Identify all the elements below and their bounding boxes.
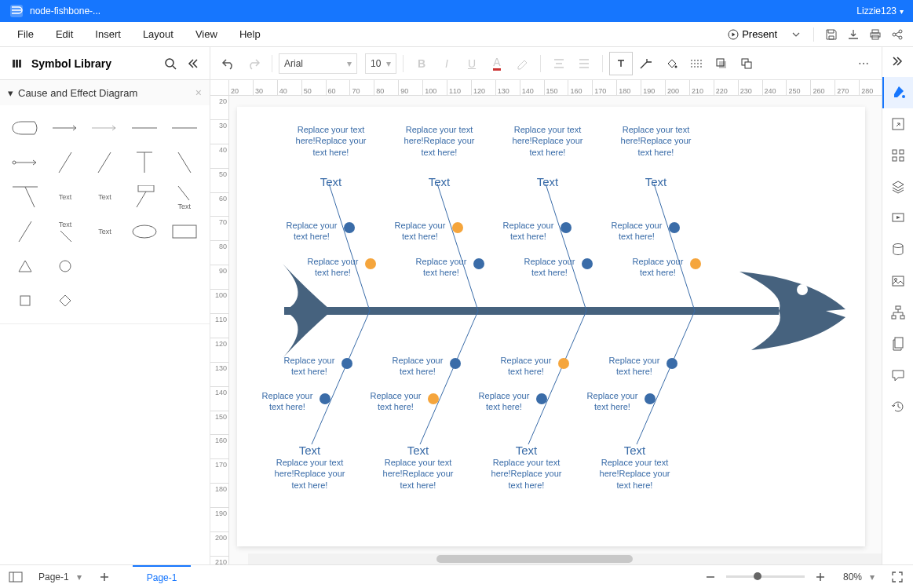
cause[interactable]: Replace your text here! (256, 390, 319, 413)
italic-button[interactable]: I (435, 52, 458, 75)
shape-line-open[interactable] (87, 113, 122, 143)
cause[interactable]: Replace your text here! (603, 355, 666, 378)
cat-top-4-desc[interactable]: Replace your text here!Replace your text… (615, 124, 697, 158)
shape-bone-text1[interactable] (8, 182, 43, 212)
cat-bot-2-desc[interactable]: Replace your text here!Replace your text… (377, 457, 459, 491)
menu-file[interactable]: File (6, 24, 45, 45)
cause[interactable]: Replace your text here! (581, 390, 644, 413)
share-icon[interactable] (888, 25, 907, 44)
pages-icon[interactable] (882, 328, 914, 360)
user-menu[interactable]: Lizzie123 ▾ (856, 5, 904, 16)
cat-bot-1-desc[interactable]: Replace your text here!Replace your text… (268, 457, 351, 491)
expand-right-panel-icon[interactable] (882, 52, 913, 71)
shape-bone-up3[interactable] (8, 217, 43, 247)
cause[interactable]: Replace your text here! (605, 220, 668, 243)
font-family-select[interactable]: Arial▾ (279, 53, 357, 74)
shape-bone-t[interactable] (127, 148, 163, 177)
shape-line2[interactable] (166, 113, 202, 143)
comments-icon[interactable] (882, 360, 914, 391)
shape-bone-text3[interactable]: Text (166, 182, 202, 212)
cat-top-3-desc[interactable]: Replace your text here!Replace your text… (506, 124, 589, 158)
shape-line[interactable] (127, 113, 163, 143)
cause[interactable]: Replace your text here! (495, 355, 557, 378)
cause[interactable]: Replace your text here! (626, 256, 689, 279)
dot[interactable] (341, 358, 352, 369)
underline-button[interactable]: U (460, 52, 484, 75)
dot[interactable] (645, 393, 656, 404)
search-icon[interactable] (163, 56, 178, 71)
data-icon[interactable] (882, 234, 914, 265)
cause[interactable]: Replace your text here! (301, 256, 364, 279)
shape-rect[interactable] (166, 217, 202, 247)
shape-arrow-dot[interactable] (8, 148, 43, 177)
zoom-level[interactable]: 80%▾ (836, 571, 882, 583)
library-section-header[interactable]: ▾ Cause and Effect Diagram × (0, 80, 210, 105)
shape-bone-up1[interactable] (48, 148, 83, 177)
arrange-button[interactable] (735, 52, 758, 75)
dot[interactable] (365, 258, 376, 269)
zoom-in-button[interactable] (811, 568, 830, 586)
shape-diamond[interactable] (48, 286, 83, 316)
dot[interactable] (536, 393, 547, 404)
undo-button[interactable] (217, 52, 240, 75)
print-icon[interactable] (866, 25, 885, 44)
presentation-icon[interactable] (882, 203, 914, 234)
text-tool-button[interactable] (609, 52, 633, 75)
shape-bone-up2[interactable] (87, 148, 122, 177)
shape-line-arrow[interactable] (48, 113, 83, 143)
cat-bot-3-desc[interactable]: Replace your text here!Replace your text… (485, 457, 568, 491)
highlight-button[interactable] (510, 52, 534, 75)
connector-button[interactable] (634, 52, 658, 75)
dot[interactable] (582, 258, 593, 269)
zoom-out-button[interactable] (701, 568, 720, 586)
dot[interactable] (344, 222, 355, 233)
cat-top-3-title[interactable]: Text (506, 174, 589, 190)
align-h-button[interactable] (547, 52, 571, 75)
shape-circle[interactable] (48, 251, 83, 281)
cat-top-2-desc[interactable]: Replace your text here!Replace your text… (398, 124, 480, 158)
cause[interactable]: Replace your text here! (280, 220, 343, 243)
shape-ellipse[interactable] (127, 217, 163, 247)
save-icon[interactable] (822, 25, 841, 44)
redo-button[interactable] (242, 52, 265, 75)
shape-text-label1[interactable]: Text (48, 182, 83, 212)
shape-text-label5[interactable]: Text (87, 217, 122, 247)
shape-triangle[interactable] (8, 251, 43, 281)
present-button[interactable]: Present (721, 25, 783, 43)
menu-layout[interactable]: Layout (132, 24, 184, 45)
fill-button[interactable] (659, 52, 683, 75)
line-style-button[interactable] (685, 52, 708, 75)
shape-square[interactable] (8, 286, 43, 316)
theme-icon[interactable] (882, 77, 914, 108)
tree-icon[interactable] (882, 297, 914, 328)
bold-button[interactable]: B (410, 52, 433, 75)
shape-fishhead[interactable] (8, 113, 43, 143)
download-icon[interactable] (844, 25, 863, 44)
zoom-slider[interactable] (726, 575, 805, 578)
cause[interactable]: Replace your text here! (497, 220, 560, 243)
cat-bot-4-desc[interactable]: Replace your text here!Replace your text… (593, 457, 676, 491)
dot[interactable] (669, 222, 680, 233)
canvas[interactable]: Replace your text here!Replace your text… (229, 96, 882, 564)
dot[interactable] (473, 258, 484, 269)
cat-top-4-title[interactable]: Text (615, 174, 697, 190)
grid-panel-icon[interactable] (882, 140, 914, 171)
cause[interactable]: Replace your text here! (389, 220, 451, 243)
export-panel-icon[interactable] (882, 108, 914, 140)
cause[interactable]: Replace your text here! (473, 390, 535, 413)
diagram-page[interactable]: Replace your text here!Replace your text… (237, 107, 865, 546)
shape-bone-down[interactable] (166, 148, 202, 177)
font-color-button[interactable]: A (485, 52, 509, 75)
outline-view-icon[interactable] (6, 568, 25, 586)
cat-bot-1-title[interactable]: Text (268, 443, 351, 458)
dot[interactable] (320, 393, 331, 404)
horizontal-scrollbar[interactable] (248, 553, 882, 564)
shape-text-label4[interactable]: Text (48, 217, 83, 247)
cause[interactable]: Replace your text here! (364, 390, 427, 413)
cause[interactable]: Replace your text here! (410, 256, 473, 279)
collapse-sidebar-icon[interactable] (184, 56, 200, 71)
cat-top-1-title[interactable]: Text (290, 174, 372, 190)
add-page-button[interactable] (95, 568, 114, 586)
cat-top-2-title[interactable]: Text (398, 174, 480, 190)
cause[interactable]: Replace your text here! (386, 355, 449, 378)
